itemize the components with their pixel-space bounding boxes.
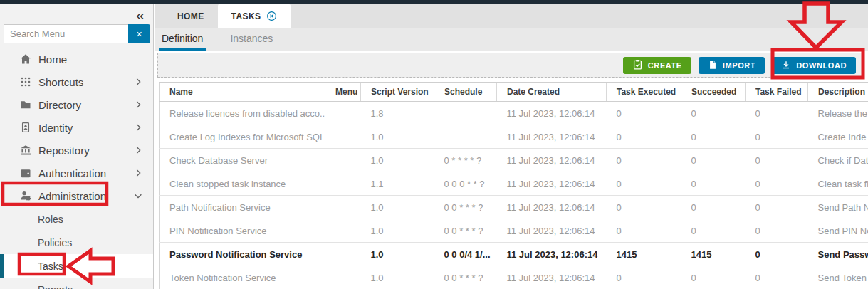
sidebar-subitem-reports[interactable]: Reports: [0, 278, 153, 289]
table-cell: 1415: [681, 243, 746, 266]
table-row[interactable]: PIN Notification Service1.00 0 * * * ?11…: [160, 219, 868, 243]
sidebar-item-repository[interactable]: Repository: [0, 139, 153, 162]
table-cell: [325, 149, 361, 172]
import-button[interactable]: IMPORT: [699, 57, 765, 74]
subtab-bar: DefinitionInstances: [155, 28, 868, 51]
table-cell: PIN Notification Service: [160, 219, 325, 243]
table-row[interactable]: Clean stopped task instance1.10 0 0 * * …: [160, 172, 868, 196]
column-header-succeeded[interactable]: Succeeded: [681, 83, 746, 102]
sidebar-item-label: Home: [38, 53, 67, 65]
create-button[interactable]: CREATE: [623, 57, 691, 74]
table-header-row: NameMenuScript VersionScheduleDate Creat…: [160, 83, 868, 102]
sidebar-item-label: Authentication: [38, 167, 106, 179]
create-button-label: CREATE: [648, 61, 682, 70]
sidebar-item-label: Identity: [38, 122, 73, 134]
sidebar-collapse-icon[interactable]: «: [136, 7, 145, 22]
sidebar-search: ×: [4, 24, 150, 43]
table-cell: 11 Jul 2023, 12:06:14: [497, 243, 607, 266]
subtab-label: Definition: [162, 33, 203, 44]
table-cell: 1415: [607, 243, 681, 266]
table-cell: Create Inde: [808, 125, 868, 149]
sidebar-item-home[interactable]: Home: [0, 48, 153, 70]
chevron-down-icon: [133, 191, 143, 201]
download-button[interactable]: DOWNLOAD: [772, 57, 856, 74]
column-header-name[interactable]: Name: [160, 83, 325, 102]
column-header-task-failed[interactable]: Task Failed: [746, 83, 808, 102]
table-cell: 0: [746, 102, 808, 125]
sidebar-item-authentication[interactable]: Authentication: [0, 162, 153, 184]
column-header-description[interactable]: Description: [808, 83, 868, 102]
file-icon: [708, 60, 718, 71]
table-cell: 1.0: [361, 219, 434, 243]
table-cell: 0 0 * * * ?: [434, 219, 497, 243]
table-cell: 0: [681, 149, 746, 172]
sidebar-subitem-tasks[interactable]: Tasks: [0, 254, 153, 278]
table-cell: 0: [607, 196, 681, 219]
table-cell: 0: [607, 219, 681, 243]
table-cell: 11 Jul 2023, 12:06:14: [497, 149, 607, 172]
sidebar-item-identity[interactable]: Identity: [0, 116, 153, 139]
table-cell: Send Token: [808, 266, 868, 289]
table-cell: Check if Dat: [808, 149, 868, 172]
table-cell: 0 0 0 * * ?: [434, 172, 497, 196]
table-row[interactable]: Release licences from disabled acco...1.…: [160, 102, 868, 125]
search-clear-button[interactable]: ×: [128, 24, 150, 43]
column-header-task-executed[interactable]: Task Executed: [607, 83, 681, 102]
table-cell: [434, 125, 497, 149]
sidebar-item-administration[interactable]: Administration: [0, 184, 153, 207]
table-cell: Send Passw: [808, 243, 868, 266]
download-arrow-icon: [781, 60, 791, 71]
column-header-schedule[interactable]: Schedule: [434, 83, 497, 102]
sidebar-subitem-policies[interactable]: Policies: [0, 231, 153, 254]
table-cell: Send Path N: [808, 196, 868, 219]
table-cell: 0: [746, 196, 808, 219]
repository-bank-icon: [20, 144, 31, 156]
table-cell: Create Log Indexes for Microsoft SQL: [160, 125, 325, 149]
table-cell: Clean task fi: [808, 172, 868, 196]
table-cell: 11 Jul 2023, 12:06:14: [497, 102, 607, 125]
tab-label: HOME: [177, 11, 204, 21]
table-cell: [325, 196, 361, 219]
tab-close-icon[interactable]: [266, 11, 277, 21]
table-cell: 0: [746, 149, 808, 172]
table-cell: 0: [746, 266, 808, 289]
sidebar-item-shortcuts[interactable]: Shortcuts: [0, 70, 153, 93]
table-row[interactable]: Token Notification Service1.00 0 * * * ?…: [160, 266, 868, 289]
table-cell: Clean stopped task instance: [160, 172, 325, 196]
table-row[interactable]: Password Notification Service1.00 0 0/4 …: [160, 243, 868, 266]
table-cell: [325, 125, 361, 149]
column-header-script-version[interactable]: Script Version: [361, 83, 434, 102]
subtab-definition[interactable]: Definition: [159, 28, 206, 51]
table-row[interactable]: Path Notification Service1.00 0 * * * ?1…: [160, 196, 868, 219]
tab-label: TASKS: [231, 11, 261, 21]
table-cell: 11 Jul 2023, 12:06:14: [497, 172, 607, 196]
column-header-date-created[interactable]: Date Created: [497, 83, 607, 102]
chevron-right-icon: [133, 145, 143, 155]
column-header-menu[interactable]: Menu: [325, 83, 361, 102]
table-cell: 11 Jul 2023, 12:06:14: [497, 196, 607, 219]
chevron-right-icon: [133, 122, 143, 132]
table-row[interactable]: Check Database Server1.00 * * * * ?11 Ju…: [160, 149, 868, 172]
table-cell: Send PIN No: [808, 219, 868, 243]
sidebar-subitem-label: Reports: [38, 284, 73, 289]
sidebar-item-label: Shortcuts: [38, 76, 83, 88]
sidebar-nav: HomeShortcutsDirectoryIdentityRepository…: [0, 48, 153, 289]
table-cell: Release the: [808, 102, 868, 125]
table-cell: 0: [607, 125, 681, 149]
shortcuts-grid-icon: [20, 76, 31, 88]
sidebar-subitem-label: Policies: [38, 237, 72, 248]
table-cell: 0: [746, 219, 808, 243]
tasks-table-wrap: NameMenuScript VersionScheduleDate Creat…: [159, 82, 868, 289]
sidebar-item-directory[interactable]: Directory: [0, 93, 153, 116]
sidebar: « × HomeShortcutsDirectoryIdentityReposi…: [0, 4, 154, 289]
sidebar-subitem-roles[interactable]: Roles: [0, 207, 153, 231]
table-cell: [325, 219, 361, 243]
table-cell: [325, 172, 361, 196]
tab-tasks[interactable]: TASKS: [218, 4, 291, 28]
subtab-instances[interactable]: Instances: [227, 28, 276, 51]
table-cell: 0: [681, 219, 746, 243]
table-row[interactable]: Create Log Indexes for Microsoft SQL1.01…: [160, 125, 868, 149]
tab-home[interactable]: HOME: [164, 4, 218, 28]
table-cell: 0: [607, 172, 681, 196]
search-input[interactable]: [4, 24, 128, 43]
